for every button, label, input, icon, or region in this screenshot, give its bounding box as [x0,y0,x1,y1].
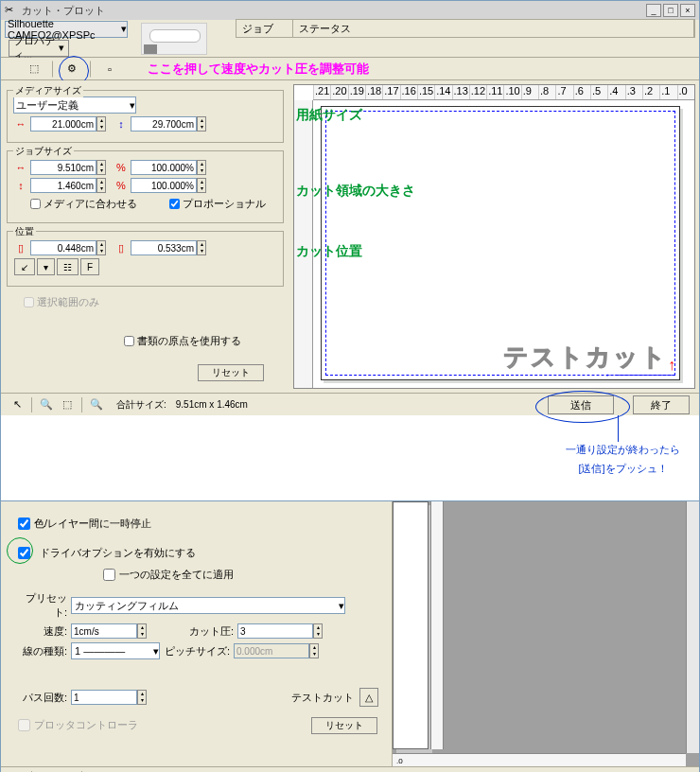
speed-spinner[interactable]: ▴▾ [137,623,147,639]
pass-count-input[interactable] [71,690,137,705]
plotter-controller-check: プロッタコントローラ [14,716,138,734]
pass-count-spinner[interactable]: ▴▾ [137,690,147,705]
cut-pressure-label: カット圧: [154,624,234,639]
width-icon: ↔ [13,117,28,131]
group-media-size: メディアサイズ ユーザー定義▾ ↔ ▴▾ ↕ ▴▾ [7,90,284,143]
pos-align-btn-2[interactable]: ▾ [37,258,55,275]
fit-page-icon[interactable]: ⬚ [59,396,76,413]
pos-y-icon: ▯ [114,241,129,254]
reset-button[interactable]: リセット [198,364,264,381]
height-icon: ↕ [114,117,129,131]
preset-select[interactable]: カッティングフィルム▾ [71,597,345,614]
job-width-input[interactable] [30,160,96,175]
pass-count-label: パス回数: [14,691,67,705]
media-preset-select[interactable]: ユーザー定義▾ [13,96,136,114]
group-title-position: 位置 [13,225,36,238]
window-title: カット・プロット [22,4,644,18]
device-preview [141,23,207,55]
pos-align-btn-4[interactable]: F [80,258,99,275]
pitch-spinner: ▴▾ [309,643,319,658]
speed-input[interactable] [71,623,137,639]
preset-label: プリセット: [14,591,67,620]
statusbar-2: ↖ 🔍 ⬚ 🔍 合計サイズ: 5.50cm x 12.93cm [1,766,699,772]
total-size-label: 合計サイズ: [116,398,166,412]
job-width-pct-icon: % [114,161,129,174]
fit-media-check[interactable]: メディアに合わせる [26,196,137,212]
job-height-input[interactable] [30,178,96,193]
job-width-icon: ↔ [13,161,28,174]
pos-align-btn-1[interactable]: ↙ [14,258,35,275]
app-icon: ✂ [5,4,18,17]
pos-x-input[interactable] [30,240,96,255]
canvas-preview[interactable]: .21.20.19.18.17.16.15.14.13.12.11.10.9.8… [293,84,695,389]
proportional-check[interactable]: プロポーショナル [166,196,266,212]
pitch-input [234,643,309,658]
job-height-pct-icon: % [114,179,129,192]
apply-to-all-check[interactable]: 一つの設定を全てに適用 [99,566,378,584]
line-type-select[interactable]: 1 ————▾ [71,642,160,659]
selection-only-check: 選択範囲のみ [20,294,284,310]
pos-x-icon: ▯ [13,241,28,254]
pause-between-layers-check[interactable]: 色/レイヤー間に一時停止 [14,515,378,533]
scrollbar-vertical[interactable] [686,501,699,753]
col-job: ジョブ [236,20,293,37]
annotation-media: 用紙サイズ [296,107,362,124]
enable-driver-options-check[interactable]: ドライバオプションを有効にする [14,544,378,562]
window-cutplot: ✂ カット・プロット _ □ × Silhouette CAMEO2@XPSPc… [0,0,700,501]
cut-pressure-input[interactable] [237,623,313,639]
send-button[interactable]: 送信 [548,395,614,414]
extra-tab-icon[interactable]: ▫ [101,61,118,78]
speed-label: 速度: [14,624,67,639]
reset-button-2[interactable]: リセット [311,717,377,734]
canvas-preview-2[interactable]: .0 [393,501,699,766]
pos-align-btn-3[interactable]: ☷ [57,258,79,275]
main-area: メディアサイズ ユーザー定義▾ ↔ ▴▾ ↕ ▴▾ ジョブサイズ ↔ [1,80,699,393]
line-type-label: 線の種類: [14,644,67,658]
job-list-header: ジョブ ステータス [236,19,695,38]
media-width-input[interactable] [30,116,96,132]
pos-y-spinner[interactable]: ▴▾ [197,240,206,255]
col-status: ステータス [293,20,694,37]
group-job-size: ジョブサイズ ↔ ▴▾ % ▴▾ ↕ ▴▾ % ▴▾ [7,150,284,223]
job-width-pct-input[interactable] [131,160,197,175]
media-height-input[interactable] [131,116,197,132]
media-width-spinner[interactable]: ▴▾ [96,116,106,132]
exit-button[interactable]: 終了 [633,395,690,414]
job-height-pct-spinner[interactable]: ▴▾ [197,178,206,193]
maximize-button[interactable]: □ [663,4,678,17]
zoom-tool-icon[interactable]: 🔍 [88,396,105,413]
job-width-spinner[interactable]: ▴▾ [96,160,106,175]
job-height-spinner[interactable]: ▴▾ [96,178,106,193]
annotation-send: 一通り設定が終わったら [送信]をプッシュ！ [566,440,680,477]
driver-options-panel: 色/レイヤー間に一時停止 ドライバオプションを有効にする 一つの設定を全てに適用… [1,501,393,766]
window-driver-options: 色/レイヤー間に一時停止 ドライバオプションを有効にする 一つの設定を全てに適用… [0,501,700,772]
testcut-label: テストカット [291,691,354,705]
group-title-job: ジョブサイズ [13,145,74,158]
media-height-spinner[interactable]: ▴▾ [197,116,206,132]
general-tab-icon[interactable]: ⬚ [26,61,43,78]
annotation-settings: ここを押して速度やカット圧を調整可能 [148,61,369,78]
settings-dropdown-icon[interactable]: ⚙ [63,61,80,78]
job-height-pct-input[interactable] [131,178,197,193]
page-preview: テストカット ↑ ←──────── [321,106,680,380]
pitch-label: ピッチサイズ: [160,644,230,658]
pos-x-spinner[interactable]: ▴▾ [96,240,106,255]
annotation-position: カット位置 [296,243,362,260]
statusbar: ↖ 🔍 ⬚ 🔍 合計サイズ: 9.51cm x 1.46cm 送信 終了 [1,393,699,415]
total-size-value: 9.51cm x 1.46cm [176,399,248,410]
properties-button[interactable]: プロパティ...▾ [9,40,69,57]
group-position: 位置 ▯ ▴▾ ▯ ▴▾ ↙ ▾ ☷ F [7,231,284,287]
pos-y-input[interactable] [131,240,197,255]
ruler-horizontal: .21.20.19.18.17.16.15.14.13.12.11.10.9.8… [313,85,694,100]
testcut-button[interactable]: △ [359,688,378,707]
minimize-button[interactable]: _ [646,4,661,17]
job-width-pct-spinner[interactable]: ▴▾ [197,160,206,175]
annotation-job: カット領域の大きさ [296,183,415,200]
cut-pressure-spinner[interactable]: ▴▾ [313,623,323,639]
close-button[interactable]: × [680,4,695,17]
zoom-in-icon[interactable]: 🔍 [38,396,55,413]
pointer-tool-icon[interactable]: ↖ [9,396,26,413]
use-doc-origin-check[interactable]: 書類の原点を使用する [120,333,284,349]
toolbar-options: ⬚ ⚙ ▫ ここを押して速度やカット圧を調整可能 [1,58,699,80]
job-height-icon: ↕ [13,179,28,192]
